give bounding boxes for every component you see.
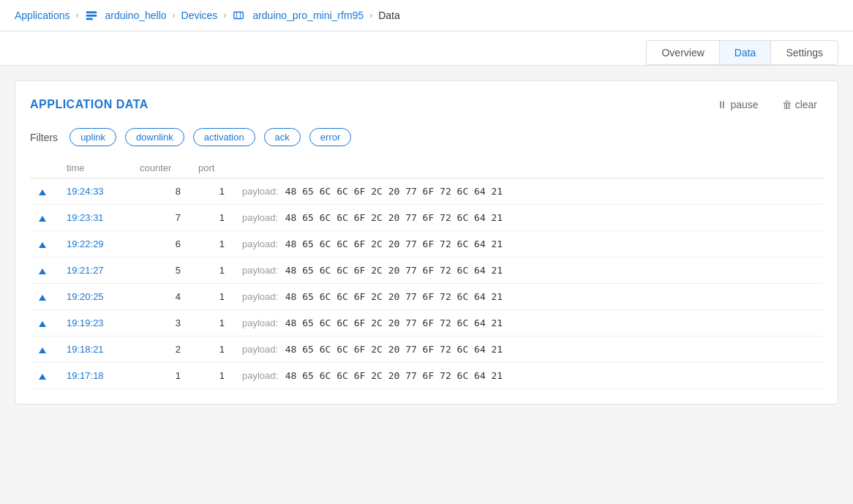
svg-rect-1 [86,15,96,17]
row-time: 19:19:23 [58,310,131,336]
breadcrumb-arduino-hello[interactable]: arduino_hello [105,10,167,21]
uplink-arrow-icon [39,242,46,248]
card-header: APPLICATION DATA ⏸ pause 🗑 clear [30,96,823,113]
row-counter: 7 [131,205,189,231]
row-icon-cell [30,205,58,231]
row-icon-cell [30,336,58,363]
breadcrumb: Applications › arduino_hello › Devices ›… [0,0,853,31]
col-header-time: time [58,158,131,178]
breadcrumb-data: Data [378,10,400,21]
card-actions: ⏸ pause 🗑 clear [711,96,823,113]
row-time: 19:24:33 [58,178,131,205]
filter-downlink[interactable]: downlink [125,128,184,146]
breadcrumb-sep-2: › [173,10,176,20]
payload-label: payload: [242,265,278,276]
row-port: 1 [189,231,233,257]
row-port: 1 [189,336,233,363]
svg-rect-3 [234,12,244,19]
payload-label: payload: [242,186,278,197]
row-payload: payload: 48 65 6C 6C 6F 2C 20 77 6F 72 6… [233,231,823,257]
payload-value: 48 65 6C 6C 6F 2C 20 77 6F 72 6C 64 21 [285,291,503,302]
payload-label: payload: [242,212,278,223]
row-payload: payload: 48 65 6C 6C 6F 2C 20 77 6F 72 6… [233,363,823,389]
app-data-card: APPLICATION DATA ⏸ pause 🗑 clear Filters… [15,80,838,405]
row-port: 1 [189,284,233,310]
breadcrumb-sep-1: › [76,10,79,20]
pause-button[interactable]: ⏸ pause [711,96,764,113]
breadcrumb-applications[interactable]: Applications [15,10,70,21]
uplink-arrow-icon [39,216,46,222]
filter-error[interactable]: error [309,128,351,146]
table-row: 19:20:25 4 1 payload: 48 65 6C 6C 6F 2C … [30,284,823,310]
payload-value: 48 65 6C 6C 6F 2C 20 77 6F 72 6C 64 21 [285,212,503,223]
row-time: 19:22:29 [58,231,131,257]
table-row: 19:22:29 6 1 payload: 48 65 6C 6C 6F 2C … [30,231,823,257]
tab-overview[interactable]: Overview [646,40,718,65]
breadcrumb-device-name[interactable]: arduino_pro_mini_rfm95 [252,10,364,21]
uplink-arrow-icon [39,295,46,301]
filter-ack[interactable]: ack [264,128,301,146]
row-icon-cell [30,284,58,310]
payload-label: payload: [242,370,278,381]
payload-value: 48 65 6C 6C 6F 2C 20 77 6F 72 6C 64 21 [285,344,503,355]
row-payload: payload: 48 65 6C 6C 6F 2C 20 77 6F 72 6… [233,205,823,231]
tab-settings[interactable]: Settings [770,40,838,65]
payload-label: payload: [242,291,278,302]
row-icon-cell [30,178,58,205]
row-time: 19:20:25 [58,284,131,310]
filter-uplink[interactable]: uplink [69,128,116,146]
uplink-arrow-icon [39,321,46,327]
clear-button[interactable]: 🗑 clear [776,96,823,113]
breadcrumb-devices[interactable]: Devices [181,10,218,21]
row-icon-cell [30,363,58,389]
row-time: 19:23:31 [58,205,131,231]
payload-value: 48 65 6C 6C 6F 2C 20 77 6F 72 6C 64 21 [285,265,503,276]
payload-value: 48 65 6C 6C 6F 2C 20 77 6F 72 6C 64 21 [285,317,503,328]
filters-label: Filters [30,132,58,143]
table-row: 19:21:27 5 1 payload: 48 65 6C 6C 6F 2C … [30,257,823,284]
svg-rect-2 [86,18,92,20]
table-row: 19:17:18 1 1 payload: 48 65 6C 6C 6F 2C … [30,363,823,389]
payload-label: payload: [242,344,278,355]
tab-navigation: Overview Data Settings [0,31,853,66]
row-time: 19:17:18 [58,363,131,389]
filter-activation[interactable]: activation [193,128,255,146]
row-counter: 1 [131,363,189,389]
trash-icon: 🗑 [782,99,792,110]
row-port: 1 [189,257,233,284]
payload-value: 48 65 6C 6C 6F 2C 20 77 6F 72 6C 64 21 [285,238,503,249]
payload-value: 48 65 6C 6C 6F 2C 20 77 6F 72 6C 64 21 [285,370,503,381]
row-port: 1 [189,363,233,389]
col-header-port: port [189,158,233,178]
pause-label: pause [730,99,758,110]
payload-label: payload: [242,317,278,328]
row-payload: payload: 48 65 6C 6C 6F 2C 20 77 6F 72 6… [233,257,823,284]
row-icon-cell [30,231,58,257]
tab-data[interactable]: Data [719,40,771,65]
uplink-arrow-icon [39,189,46,195]
row-counter: 2 [131,336,189,363]
uplink-arrow-icon [39,347,46,353]
filters-row: Filters uplink downlink activation ack e… [30,128,823,146]
breadcrumb-sep-3: › [223,10,226,20]
row-counter: 6 [131,231,189,257]
row-payload: payload: 48 65 6C 6C 6F 2C 20 77 6F 72 6… [233,336,823,363]
row-time: 19:18:21 [58,336,131,363]
application-icon [85,9,98,22]
table-row: 19:23:31 7 1 payload: 48 65 6C 6C 6F 2C … [30,205,823,231]
col-header-icon [30,158,58,178]
main-content: APPLICATION DATA ⏸ pause 🗑 clear Filters… [0,66,853,419]
col-header-counter: counter [131,158,189,178]
payload-label: payload: [242,238,278,249]
table-row: 19:19:23 3 1 payload: 48 65 6C 6C 6F 2C … [30,310,823,336]
col-header-payload [233,158,823,178]
row-time: 19:21:27 [58,257,131,284]
device-icon [232,9,245,22]
clear-label: clear [795,99,817,110]
row-payload: payload: 48 65 6C 6C 6F 2C 20 77 6F 72 6… [233,178,823,205]
row-counter: 5 [131,257,189,284]
row-payload: payload: 48 65 6C 6C 6F 2C 20 77 6F 72 6… [233,284,823,310]
row-counter: 3 [131,310,189,336]
tab-group: Overview Data Settings [646,40,838,65]
row-icon-cell [30,310,58,336]
